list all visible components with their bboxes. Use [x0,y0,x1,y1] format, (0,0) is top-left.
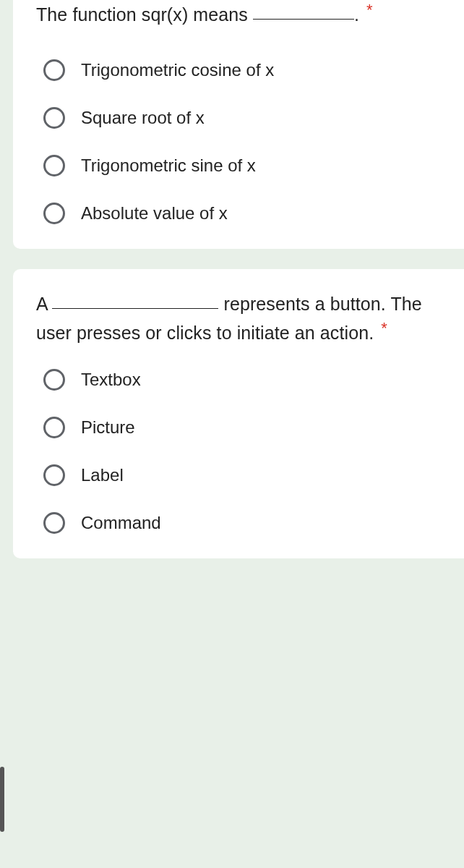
radio-icon [43,59,65,81]
option-trigonometric-sine[interactable]: Trigonometric sine of x [36,155,441,176]
option-label: Absolute value of x [81,203,228,224]
option-picture[interactable]: Picture [36,417,441,438]
question-text-suffix: represents a button. The user presses or… [36,294,422,343]
option-label[interactable]: Label [36,464,441,486]
option-label: Label [81,465,124,485]
radio-icon [43,417,65,438]
radio-icon [43,369,65,391]
required-asterisk: * [381,319,387,337]
question-title-2: A represents a button. The user presses … [36,289,441,347]
option-label: Trigonometric sine of x [81,156,256,176]
radio-icon [43,464,65,486]
blank-fill-2 [52,308,218,309]
scroll-indicator[interactable] [0,767,4,832]
question-card-2: A represents a button. The user presses … [13,269,464,558]
question-2-options: Textbox Picture Label Command [36,369,441,534]
radio-icon [43,155,65,176]
option-absolute-value[interactable]: Absolute value of x [36,203,441,224]
question-text-prefix: A [36,294,47,314]
option-label: Picture [81,417,135,438]
question-1-options: Trigonometric cosine of x Square root of… [36,59,441,224]
option-label: Trigonometric cosine of x [81,60,274,80]
option-command[interactable]: Command [36,512,441,534]
option-label: Square root of x [81,108,205,128]
radio-icon [43,203,65,224]
question-text-prefix: The function sqr(x) means [36,4,248,25]
radio-icon [43,512,65,534]
option-trigonometric-cosine[interactable]: Trigonometric cosine of x [36,59,441,81]
question-card-1: The function sqr(x) means . * Trigonomet… [13,0,464,249]
blank-fill-1 [253,19,354,20]
radio-icon [43,107,65,129]
question-text-suffix: . [354,4,359,25]
option-textbox[interactable]: Textbox [36,369,441,391]
option-label: Textbox [81,370,141,390]
question-title-1: The function sqr(x) means . * [36,0,441,29]
required-asterisk: * [366,1,373,19]
option-label: Command [81,513,161,533]
option-square-root[interactable]: Square root of x [36,107,441,129]
